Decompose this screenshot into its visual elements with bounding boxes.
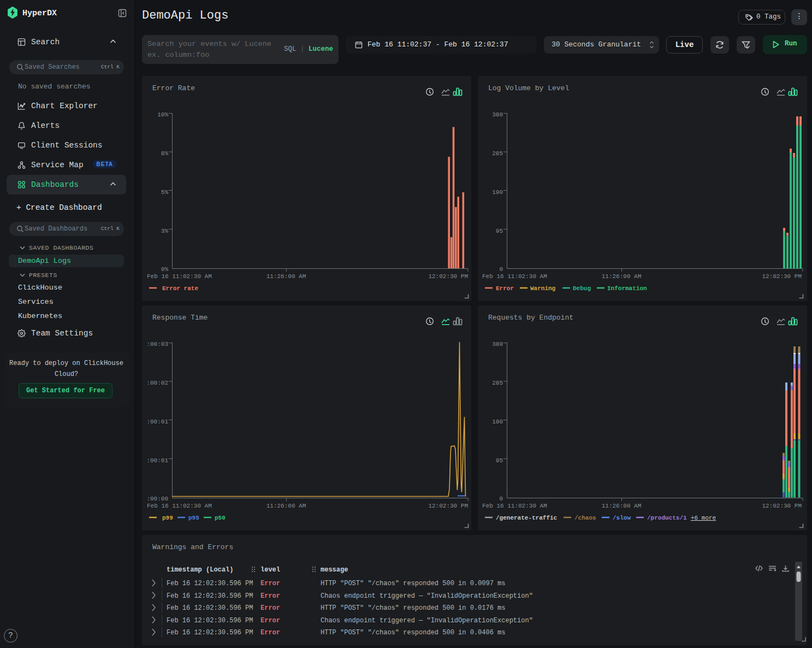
svg-text:12:02:30 PM: 12:02:30 PM xyxy=(428,273,468,280)
svg-text:95: 95 xyxy=(496,228,503,234)
svg-text:Feb 16 11:02:30 AM: Feb 16 11:02:30 AM xyxy=(147,503,212,509)
svg-text:5%: 5% xyxy=(161,189,169,196)
svg-text:Information: Information xyxy=(607,285,647,292)
svg-text:Feb 16 12:02:30.596 PM: Feb 16 12:02:30.596 PM xyxy=(167,580,253,587)
svg-text:95: 95 xyxy=(496,457,503,464)
svg-text:10%: 10% xyxy=(157,111,168,118)
svg-text:0: 0 xyxy=(499,266,503,273)
svg-text:/slow: /slow xyxy=(613,515,631,521)
svg-text:Chaos endpoint triggered — "In: Chaos endpoint triggered — "InvalidOpera… xyxy=(321,592,533,600)
svg-text:p99: p99 xyxy=(162,515,173,521)
svg-text:Error: Error xyxy=(260,580,280,587)
svg-text:190: 190 xyxy=(492,189,503,196)
svg-text:level: level xyxy=(260,566,280,574)
svg-text:Feb 16 12:02:30.596 PM: Feb 16 12:02:30.596 PM xyxy=(167,629,253,637)
svg-text:+6 more: +6 more xyxy=(691,515,716,521)
svg-text:285: 285 xyxy=(492,380,503,386)
svg-text::00:00: :00:00 xyxy=(146,496,168,502)
svg-text:message: message xyxy=(321,566,348,574)
svg-text:11:26:00 AM: 11:26:00 AM xyxy=(602,503,642,509)
svg-text:HTTP "POST" "/chaos" responded: HTTP "POST" "/chaos" responded 500 in 0.… xyxy=(321,604,505,612)
svg-text::00:01: :00:01 xyxy=(146,457,168,464)
svg-text:HTTP "POST" "/chaos" responded: HTTP "POST" "/chaos" responded 500 in 0.… xyxy=(321,580,505,587)
svg-text:Error: Error xyxy=(260,592,280,600)
svg-text:Error: Error xyxy=(260,604,280,612)
svg-text:HTTP "POST" "/chaos" responded: HTTP "POST" "/chaos" responded 500 in 0.… xyxy=(321,629,505,637)
svg-text:Feb 16 12:02:30.596 PM: Feb 16 12:02:30.596 PM xyxy=(167,604,253,612)
svg-text:11:26:00 AM: 11:26:00 AM xyxy=(266,273,306,280)
svg-text:p50: p50 xyxy=(215,515,226,521)
svg-text:/chaos: /chaos xyxy=(574,515,596,521)
svg-text:11:26:00 AM: 11:26:00 AM xyxy=(602,273,642,280)
svg-text:12:02:30 PM: 12:02:30 PM xyxy=(762,273,802,280)
svg-text:Feb 16 11:02:30 AM: Feb 16 11:02:30 AM xyxy=(147,273,212,280)
svg-text:Error rate: Error rate xyxy=(162,285,198,292)
svg-text::00:03: :00:03 xyxy=(146,341,168,347)
svg-text:3%: 3% xyxy=(161,228,169,234)
svg-text:Feb 16 11:02:30 AM: Feb 16 11:02:30 AM xyxy=(482,273,547,280)
svg-text:12:02:30 PM: 12:02:30 PM xyxy=(428,503,468,509)
svg-text:285: 285 xyxy=(492,150,503,157)
svg-text:8%: 8% xyxy=(161,150,169,157)
svg-text:0%: 0% xyxy=(161,266,169,273)
svg-text:Feb 16 11:02:30 AM: Feb 16 11:02:30 AM xyxy=(482,503,547,509)
svg-text:Feb 16 12:02:30.596 PM: Feb 16 12:02:30.596 PM xyxy=(167,592,253,600)
svg-text:Error: Error xyxy=(260,617,280,625)
svg-text:Debug: Debug xyxy=(573,285,591,292)
svg-text:/generate-traffic: /generate-traffic xyxy=(496,515,557,521)
svg-text:380: 380 xyxy=(492,111,503,118)
svg-text:Error: Error xyxy=(260,629,280,637)
svg-text:380: 380 xyxy=(492,341,503,347)
svg-text:Chaos endpoint triggered — "In: Chaos endpoint triggered — "InvalidOpera… xyxy=(321,617,533,625)
svg-text::00:01: :00:01 xyxy=(146,419,168,425)
svg-text:190: 190 xyxy=(492,419,503,425)
svg-text:Feb 16 12:02:30.596 PM: Feb 16 12:02:30.596 PM xyxy=(167,617,253,625)
svg-text:Error: Error xyxy=(496,285,514,292)
svg-text:11:26:00 AM: 11:26:00 AM xyxy=(266,503,306,509)
svg-text:12:02:30 PM: 12:02:30 PM xyxy=(762,503,802,509)
svg-text:/products/1: /products/1 xyxy=(647,515,687,521)
svg-text:p95: p95 xyxy=(188,515,199,521)
svg-text:Warning: Warning xyxy=(530,285,555,292)
svg-text::00:02: :00:02 xyxy=(146,380,168,386)
svg-text:timestamp (Local): timestamp (Local) xyxy=(167,566,233,574)
svg-text:0: 0 xyxy=(499,496,503,502)
